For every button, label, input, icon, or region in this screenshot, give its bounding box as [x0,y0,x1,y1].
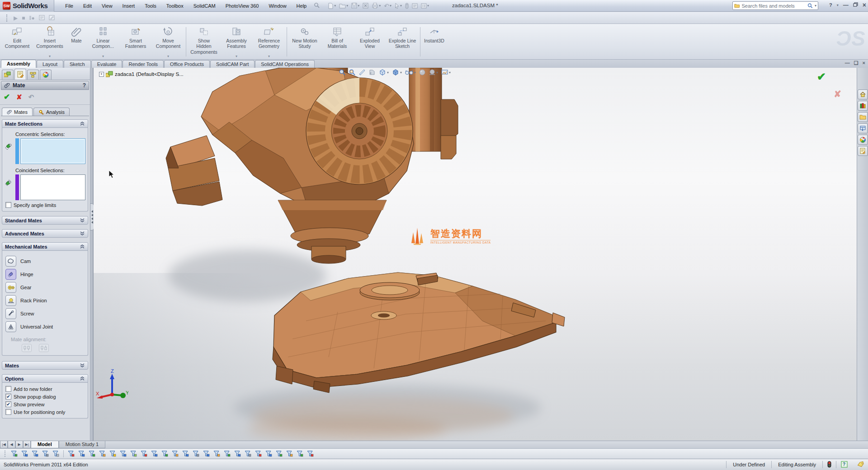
standard-mates-header[interactable]: Standard Mates [2,216,88,225]
filter-sketch-points-icon[interactable] [140,450,148,458]
doc-close-button[interactable]: × [863,60,865,66]
tab-render-tools[interactable]: Render Tools [123,60,164,68]
mates-list-header[interactable]: Mates [2,361,88,370]
search-input[interactable] [741,3,806,9]
options-header[interactable]: Options [2,374,88,383]
search-dropdown-arrow[interactable]: ▾ [815,4,816,8]
filter-blocks-icon[interactable] [285,450,294,458]
filter-edges-icon[interactable] [77,450,86,458]
filter-items-icon[interactable] [31,450,39,458]
gear-mate-item[interactable]: Gear [5,282,85,293]
hide-show-items-icon[interactable]: ▾ [405,69,416,75]
assembly-features-button[interactable]: Assembly Features▾ [220,25,253,58]
filter-planes-icon[interactable] [129,450,138,458]
feature-manager-tab[interactable] [2,70,14,80]
save-icon[interactable]: ▾ [351,3,359,9]
aligned-button[interactable] [22,344,32,352]
stop-macro-icon[interactable]: ■ [22,15,25,21]
filter-faces-icon[interactable] [88,450,96,458]
pause-macro-icon[interactable]: ‖● [29,15,34,21]
filter-surface-bodies-icon[interactable] [98,450,107,458]
select-icon[interactable]: ▾ [395,3,402,9]
clear-all-filters-icon[interactable] [10,450,19,458]
universal-joint-mate-icon[interactable] [5,321,16,332]
filter-connection-points-icon[interactable] [296,450,304,458]
menu-toolbox[interactable]: Toolbox [162,2,188,10]
menu-photoview360[interactable]: PhotoView 360 [221,2,264,10]
filter-midpoints-icon[interactable] [171,450,179,458]
mate-button[interactable]: Mate [66,25,87,58]
advanced-mates-header[interactable]: Advanced Mates [2,229,88,238]
menu-window[interactable]: Window [264,2,291,10]
edit-macro-icon[interactable] [49,14,55,22]
analysis-tab[interactable]: Analysis [33,108,70,116]
add-to-new-folder-checkbox[interactable] [5,386,11,392]
use-for-positioning-only-checkbox[interactable] [5,409,11,415]
quick-tips-icon[interactable]: ? [836,461,852,469]
prev-tab-button[interactable]: ◀ [8,441,15,448]
new-motion-study-button[interactable]: New Motion Study [288,25,321,58]
move-component-button[interactable]: Move Component▾ [152,25,184,58]
filter-axes-icon[interactable] [119,450,127,458]
mate-selections-header[interactable]: Mate Selections [2,119,88,128]
options-icon[interactable]: ▾ [421,3,429,9]
undo-button[interactable]: ↶ [28,93,34,101]
tab-solidcam-part[interactable]: SolidCAM Part [210,60,255,68]
close-button[interactable]: × [863,1,866,9]
solidworks-resources-icon[interactable] [858,89,868,99]
display-style-icon[interactable]: ▾ [392,69,402,76]
add-to-new-folder-row[interactable]: Add to new folder [5,386,85,392]
flyout-feature-tree[interactable]: + zadaca1 (Default<Display S... [99,71,184,77]
magnified-selection-icon[interactable] [52,450,60,458]
instant3d-button[interactable]: Instant3D [422,25,447,58]
menu-view[interactable]: View [97,2,117,10]
menu-solidcam[interactable]: SolidCAM [189,2,220,10]
confirmation-cancel-icon[interactable]: ✘ [834,89,841,99]
tab-assembly[interactable]: Assembly [1,60,36,68]
view-orientation-icon[interactable]: ▾ [378,69,389,76]
cancel-button[interactable]: ✘ [16,93,22,101]
filter-sketches-icon[interactable] [150,450,159,458]
appearances-scenes-icon[interactable] [858,135,868,145]
filter-balloons-icon[interactable] [233,450,242,458]
filter-sketch-segments-icon[interactable] [160,450,169,458]
search-magnifier-icon[interactable] [807,3,813,9]
toolbar-grip[interactable] [5,451,6,457]
file-properties-icon[interactable] [412,3,418,9]
section-view-icon[interactable] [359,69,366,76]
hinge-mate-icon[interactable] [5,269,16,280]
filter-centerlines-icon[interactable] [192,450,200,458]
minimize-button[interactable]: — [843,2,849,8]
menu-tools[interactable]: Tools [140,2,161,10]
screw-mate-icon[interactable] [5,308,16,319]
smart-fasteners-button[interactable]: Smart Fasteners [119,25,152,58]
feature-tree-root-label[interactable]: zadaca1 (Default<Display S... [115,71,184,77]
tree-expand-icon[interactable]: + [99,72,104,77]
motion-study-tab[interactable]: Motion Study 1 [59,441,105,448]
specify-angle-limits-row[interactable]: Specify angle limits [5,202,85,208]
show-hidden-components-button[interactable]: Show Hidden Components [188,25,220,58]
help-dropdown-arrow[interactable]: ▾ [837,3,839,7]
zoom-fit-icon[interactable] [339,69,346,76]
linear-component-pattern-button[interactable]: Linear Compon...▾ [87,25,119,58]
new-macro-icon[interactable] [39,14,45,22]
screw-mate-item[interactable]: Screw [5,308,85,319]
configuration-manager-tab[interactable] [27,70,39,80]
filter-center-marks-icon[interactable] [181,450,190,458]
doc-restore-button[interactable]: ❏ [854,60,859,66]
ok-button[interactable]: ✔ [4,92,10,102]
mechanical-mates-header[interactable]: Mechanical Mates [2,242,88,251]
reference-geometry-button[interactable]: Reference Geometry▾ [253,25,285,58]
select-tool-icon[interactable] [41,450,50,458]
display-manager-tab[interactable] [40,70,52,80]
rack-pinion-mate-item[interactable]: Rack Pinion [5,295,85,306]
filter-hole-callouts-icon[interactable] [212,450,221,458]
next-tab-button[interactable]: ▶ [15,441,23,448]
filter-geometric-tolerances-icon[interactable] [254,450,263,458]
new-document-icon[interactable]: ▾ [328,3,336,9]
filter-annotations-icon[interactable] [223,450,231,458]
property-manager-tab[interactable] [14,69,26,80]
doc-minimize-button[interactable]: — [845,60,850,66]
open-document-icon[interactable]: ▾ [339,3,348,9]
graphics-viewport[interactable]: + zadaca1 (Default<Display S... ▾ ▾ ▾ ▾ … [94,68,857,441]
